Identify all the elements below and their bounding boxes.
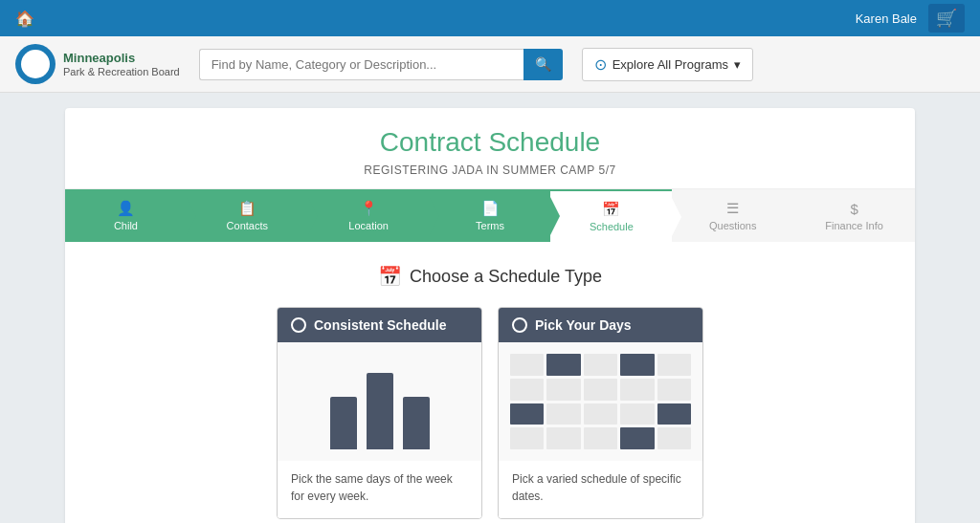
contacts-step-label: Contacts [227,220,268,231]
bar-2 [403,397,430,449]
grid-cell-3 [620,354,654,376]
main-card: Contract Schedule REGISTERING JADA IN SU… [65,108,915,523]
progress-steps: 👤 Child 📋 Contacts 📍 Location 📄 Terms 📅 … [65,189,915,242]
card-header: Contract Schedule REGISTERING JADA IN SU… [65,108,915,189]
org-name: Minneapolis [63,51,180,67]
cart-icon[interactable]: 🛒 [928,4,965,33]
schedule-options: Consistent SchedulePick the same days of… [88,307,892,519]
search-button[interactable]: 🔍 [523,49,563,80]
finance-step-label: Finance Info [825,220,883,231]
search-input[interactable] [199,49,523,80]
radio-pick-days[interactable] [512,317,527,333]
calendar-icon: 📅 [378,265,402,288]
grid-cell-19 [657,427,691,449]
main-content: Contract Schedule REGISTERING JADA IN SU… [50,93,930,523]
step-finance[interactable]: $ Finance Info [793,189,915,242]
page-title: Contract Schedule [88,127,892,158]
option-label-pick-days: Pick Your Days [535,317,632,333]
option-label-consistent: Consistent Schedule [314,317,446,333]
chevron-down-icon: ▾ [734,57,741,72]
option-desc-consistent: Pick the same days of the week for every… [278,461,481,518]
schedule-heading: 📅 Choose a Schedule Type [88,265,892,288]
home-icon[interactable]: 🏠 [15,10,34,28]
step-schedule[interactable]: 📅 Schedule [550,189,672,242]
grid-cell-10 [510,403,544,425]
schedule-option-consistent[interactable]: Consistent SchedulePick the same days of… [277,307,482,519]
grid-cell-16 [546,427,580,449]
grid-visual-pick-days [510,354,691,449]
grid-cell-1 [546,354,580,376]
grid-cell-2 [584,354,617,376]
schedule-heading-text: Choose a Schedule Type [410,267,602,287]
schedule-step-label: Schedule [590,221,634,232]
search-bar: 🔍 [199,49,563,80]
option-header-consistent: Consistent Schedule [278,308,481,342]
grid-cell-11 [546,403,580,425]
child-step-label: Child [114,220,138,231]
logo-circle [15,44,56,84]
grid-cell-18 [620,427,654,449]
explore-programs-button[interactable]: ⊙ Explore All Programs ▾ [582,48,753,81]
radio-consistent[interactable] [291,317,306,333]
schedule-step-icon: 📅 [602,201,620,218]
grid-cell-9 [657,379,691,401]
logo-area: Minneapolis Park & Recreation Board [15,44,180,84]
grid-cell-8 [620,379,654,401]
schedule-section: 📅 Choose a Schedule Type Consistent Sche… [65,242,915,523]
grid-cell-5 [510,379,544,401]
bar-1 [367,373,393,449]
bar-0 [330,397,357,449]
grid-cell-15 [510,427,544,449]
top-navigation: 🏠 Karen Bale 🛒 [0,0,980,36]
step-child[interactable]: 👤 Child [65,189,187,242]
grid-cell-12 [584,403,617,425]
child-step-icon: 👤 [117,200,135,217]
step-contacts[interactable]: 📋 Contacts [187,189,308,242]
grid-cell-4 [657,354,691,376]
step-questions[interactable]: ☰ Questions [672,189,793,242]
explore-icon: ⊙ [594,55,607,74]
card-subtitle: REGISTERING JADA IN SUMMER CAMP 5/7 [88,163,892,177]
grid-cell-17 [584,427,617,449]
step-location[interactable]: 📍 Location [308,189,430,242]
questions-step-label: Questions [709,220,757,231]
option-visual-consistent [278,342,481,461]
grid-cell-6 [546,379,580,401]
grid-cell-13 [620,403,654,425]
contacts-step-icon: 📋 [238,200,256,217]
bar-chart-consistent [289,354,470,449]
grid-cell-7 [584,379,617,401]
location-step-label: Location [348,220,389,231]
questions-step-icon: ☰ [726,200,739,217]
option-desc-pick-days: Pick a varied schedule of specific dates… [499,461,702,518]
org-sub-name: Park & Recreation Board [63,66,180,77]
terms-step-icon: 📄 [481,200,500,217]
finance-step-icon: $ [850,201,858,217]
option-header-pick-days: Pick Your Days [499,308,702,342]
logo-inner [21,50,50,78]
step-terms[interactable]: 📄 Terms [430,189,551,242]
grid-cell-0 [510,354,544,376]
schedule-option-pick-days[interactable]: Pick Your DaysPick a varied schedule of … [498,307,703,519]
user-name: Karen Bale [856,11,917,26]
explore-label: Explore All Programs [612,57,728,72]
location-step-icon: 📍 [360,200,378,217]
option-visual-pick-days [499,342,702,461]
header-bar: Minneapolis Park & Recreation Board 🔍 ⊙ … [0,36,980,93]
terms-step-label: Terms [476,220,504,231]
grid-cell-14 [657,403,691,425]
